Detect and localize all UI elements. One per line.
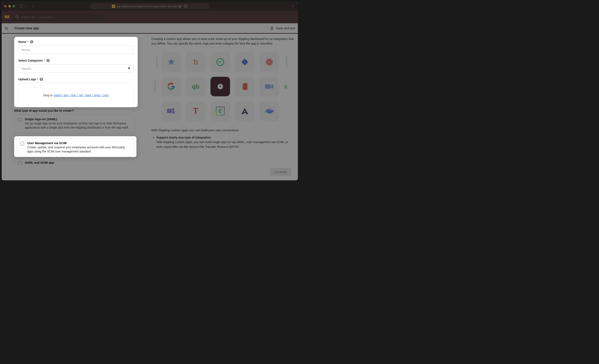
app-tile-google — [161, 77, 181, 96]
tile-edge — [284, 52, 289, 72]
continue-button[interactable]: Continue — [270, 168, 291, 176]
footer-bar: Continue — [3, 165, 296, 179]
global-search[interactable] — [12, 13, 105, 21]
list-item: Support nearly any type of integration W… — [156, 135, 295, 149]
svg-rect-2 — [179, 6, 181, 8]
required-marker: * — [73, 109, 74, 112]
name-input[interactable] — [18, 45, 133, 54]
app-tile-auth0 — [161, 52, 181, 72]
svg-point-12 — [266, 58, 273, 66]
bullet-title: Support nearly any type of integration — [156, 136, 211, 139]
url-bar[interactable]: R app.rippling.com/apps/custom-app/creat… — [90, 3, 209, 9]
close-window-icon[interactable] — [4, 5, 7, 8]
save-exit-label: Save and exit — [276, 27, 295, 30]
name-label: Name — [18, 40, 26, 44]
svg-rect-15 — [265, 84, 271, 89]
divider — [11, 26, 11, 31]
rippling-logo-icon[interactable] — [5, 15, 9, 19]
page-subheader: Create new app Save and exit — [2, 23, 298, 34]
new-tab-icon[interactable]: + — [292, 4, 294, 9]
page-title: Create new app — [14, 27, 39, 30]
minimize-window-icon[interactable] — [8, 5, 11, 8]
url-text: app.rippling.com/apps/custom-app/create-… — [116, 5, 177, 8]
app-tile-green — [211, 52, 230, 72]
sidebar-toggle-icon[interactable] — [20, 5, 24, 8]
back-icon[interactable] — [32, 5, 34, 8]
app-tile-confluence — [260, 101, 279, 121]
info-column: Creating a custom app allows you to have… — [147, 34, 298, 166]
option-desc: Set up single sign-on for your employees… — [25, 121, 131, 130]
search-icon — [15, 15, 19, 19]
app-type-question: What type of app would you like to creat… — [14, 109, 73, 112]
traffic-lights — [4, 5, 15, 8]
app-tile-jira — [235, 52, 255, 72]
option-title: Single Sign-on (SAML) — [25, 117, 131, 121]
option-title: User Management via SCIM — [27, 142, 130, 145]
svg-point-8 — [7, 28, 8, 29]
lock-icon — [179, 5, 181, 8]
app-tile-e: E — [211, 101, 230, 121]
tile-edge — [153, 101, 158, 121]
browser-chrome: R app.rippling.com/apps/custom-app/creat… — [2, 2, 298, 11]
app-tile-a — [235, 101, 255, 121]
settings-toggle-icon[interactable] — [5, 27, 8, 30]
maximize-window-icon[interactable] — [12, 5, 15, 8]
exit-icon — [271, 27, 274, 30]
intro-text: Creating a custom app allows you to have… — [151, 37, 295, 46]
chevron-down-icon[interactable] — [27, 6, 29, 7]
tile-edge — [284, 101, 289, 121]
app-tile-zoom — [260, 77, 279, 96]
option-desc: Create, update, and suspend your employe… — [27, 145, 130, 154]
app-tile-quickbooks: qb — [186, 77, 205, 96]
categories-select[interactable] — [18, 64, 133, 73]
svg-point-9 — [217, 58, 224, 65]
app-tile-power — [260, 52, 279, 72]
benefits-list: Support nearly any type of integration W… — [151, 135, 295, 149]
highlight-form-top: Name*? Select Categories*? ▼ Upload Logo… — [14, 37, 138, 107]
app-tile-office — [235, 77, 255, 96]
logo-dropzone[interactable]: Drop or select (.jpg / .png / .gif / .jp… — [18, 83, 133, 107]
help-icon[interactable]: ? — [46, 59, 50, 62]
tile-edge — [153, 52, 158, 72]
logo-label: Upload Logo — [18, 78, 36, 81]
app-header — [2, 11, 298, 23]
option-scim[interactable]: User Management via SCIM Create, update,… — [17, 138, 134, 157]
help-icon[interactable]: ? — [30, 40, 33, 44]
option-saml[interactable]: Single Sign-on (SAML) Set up single sign… — [14, 114, 135, 133]
search-input[interactable] — [21, 15, 102, 19]
app-tile-teams: T — [161, 101, 181, 121]
svg-point-18 — [172, 108, 174, 110]
bullet-body: With Rippling custom apps, you can build… — [156, 140, 288, 148]
highlight-scim-option: User Management via SCIM Create, update,… — [14, 136, 136, 157]
radio-icon — [20, 142, 24, 146]
categories-label: Select Categories — [18, 59, 43, 62]
svg-rect-0 — [20, 5, 24, 8]
app-icon-grid: b qb + s T T E — [153, 52, 295, 121]
tile-edge: s — [284, 77, 289, 96]
save-and-exit-button[interactable]: Save and exit — [271, 27, 295, 30]
tile-edge — [153, 77, 158, 96]
app-tile-b: b — [186, 52, 205, 72]
option-title: SAML and SCIM app — [25, 161, 54, 164]
app-tile-t: T — [186, 101, 205, 121]
site-badge-icon: R — [112, 5, 115, 8]
reader-icon[interactable]: ••• — [184, 4, 188, 8]
drop-prefix: Drop or — [43, 94, 54, 97]
svg-rect-19 — [172, 110, 175, 114]
with-rippling-text: With Rippling custom apps you can build … — [151, 128, 295, 132]
svg-line-4 — [18, 18, 19, 18]
help-icon[interactable]: ? — [40, 78, 43, 81]
select-file-link[interactable]: select (.jpg / .png / .gif / .jpeg / .bm… — [54, 94, 109, 97]
svg-point-6 — [5, 27, 6, 28]
svg-point-3 — [16, 16, 18, 18]
svg-text:T: T — [168, 109, 170, 113]
app-tile-add: + — [211, 77, 230, 96]
radio-icon — [18, 118, 22, 122]
